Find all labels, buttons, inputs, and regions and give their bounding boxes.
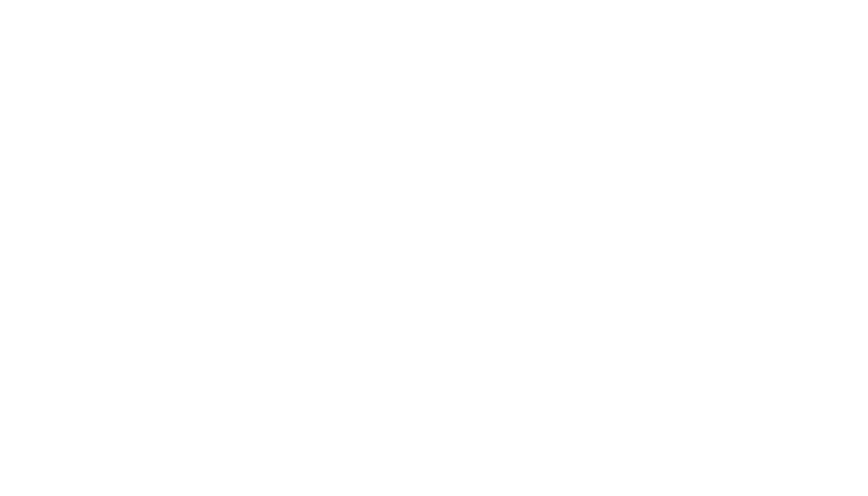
screenshot-stage: { "colors":{"annotation_red":"#e5332a","… [0,0,868,496]
